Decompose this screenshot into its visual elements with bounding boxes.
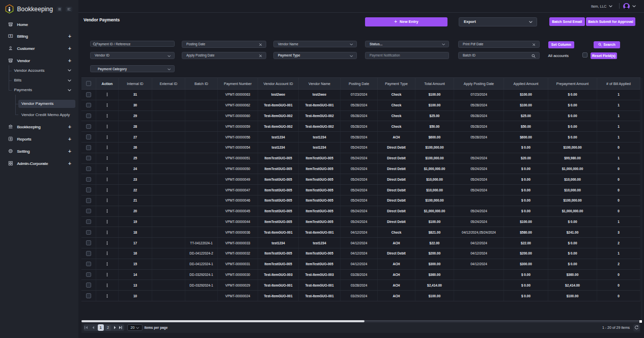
svg-text:$: $ (10, 35, 11, 37)
